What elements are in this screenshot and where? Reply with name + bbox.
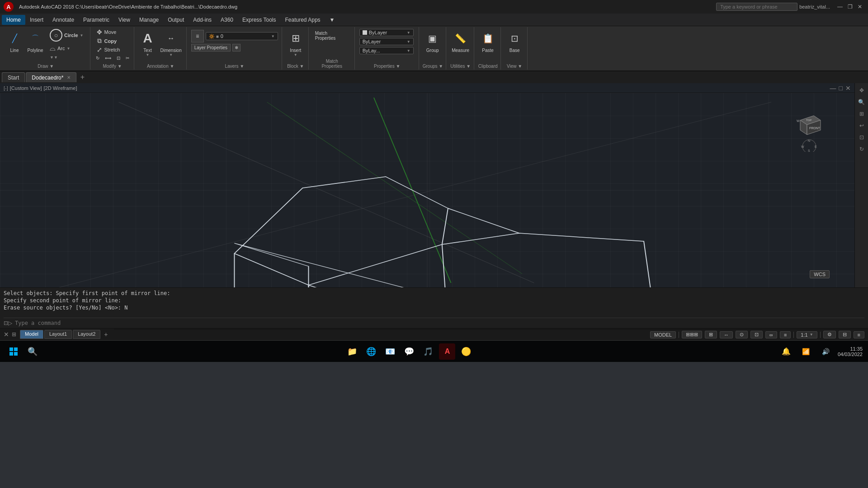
grid-button[interactable]: ⊞⊞⊞ xyxy=(682,331,702,338)
freeze-button[interactable]: ❄ xyxy=(232,44,241,52)
menu-item-addins[interactable]: Add-ins xyxy=(189,15,216,25)
linetype-dropdown[interactable]: ByLayer ▼ xyxy=(359,38,414,45)
minimize-button[interactable]: — xyxy=(835,2,844,11)
mirror-tool-button[interactable]: ⟺ xyxy=(103,55,113,61)
scale-tool-button[interactable]: ⊡ xyxy=(115,55,122,61)
insert-tool-button[interactable]: ⊞ Insert ▼ xyxy=(286,28,306,58)
notification-button[interactable]: 🔔 xyxy=(778,343,794,360)
polar-button[interactable]: ⊙ xyxy=(736,331,748,338)
drawing-viewport[interactable]: Z Y X xyxy=(0,93,854,287)
anno-scale-button[interactable]: 1:1▼ xyxy=(797,331,817,338)
menu-item-view[interactable]: View xyxy=(114,15,135,25)
menu-item-annotate[interactable]: Annotate xyxy=(48,15,79,25)
base-tool-button[interactable]: ⊡ Base xyxy=(505,28,524,54)
tab-close-icon[interactable]: ✕ xyxy=(67,75,71,80)
ortho-button[interactable]: ↔ xyxy=(720,331,733,338)
taskbar-mail-button[interactable]: 📧 xyxy=(382,343,398,360)
menu-item-parametric[interactable]: Parametric xyxy=(79,15,114,25)
add-tab-button[interactable]: + xyxy=(77,72,87,82)
doc-tab-start[interactable]: Start xyxy=(2,72,25,82)
move-icon: ✥ xyxy=(96,28,103,36)
close-viewport-button[interactable]: ✕ xyxy=(845,84,851,92)
orbit-button[interactable]: ↻ xyxy=(856,144,867,155)
command-input-field[interactable] xyxy=(15,320,864,326)
menu-item-insert[interactable]: Insert xyxy=(25,15,48,25)
taskbar-sticky-button[interactable]: 🟡 xyxy=(458,343,474,360)
menu-item-extra[interactable]: ▼ xyxy=(325,15,340,25)
layer-dropdown[interactable]: 🔆 ■ 0 ▼ xyxy=(206,32,278,40)
menu-item-a360[interactable]: A360 xyxy=(216,15,238,25)
taskbar-autocad-button[interactable]: A xyxy=(439,343,455,360)
layout-tab-icon2[interactable]: ⊞ xyxy=(12,331,16,338)
layer-panel-button[interactable]: ≡ xyxy=(191,30,204,42)
workspace-button[interactable]: ⚙ xyxy=(823,331,836,338)
polyline-tool-button[interactable]: ⌒ Polyline xyxy=(25,28,45,54)
arc-tool-button[interactable]: ⌓ Arc ▼ xyxy=(46,43,87,53)
fullscreen-button[interactable]: ⊟ xyxy=(839,331,851,338)
zoom-window-button[interactable]: ⊞ xyxy=(856,108,867,119)
start-button[interactable] xyxy=(5,343,22,360)
svg-rect-46 xyxy=(9,352,13,356)
utilities-group-label: Utilities ▼ xyxy=(450,63,471,69)
menu-item-output[interactable]: Output xyxy=(163,15,189,25)
right-toolbar: ✥ 🔍 ⊞ ↩ ⊡ ↻ xyxy=(854,83,868,287)
network-button[interactable]: 📶 xyxy=(798,343,814,360)
search-box[interactable] xyxy=(716,3,797,11)
layout-tab-model[interactable]: Model xyxy=(20,330,43,339)
menu-item-home[interactable]: Home xyxy=(2,15,25,25)
match-props-button[interactable]: MatchProperties xyxy=(313,29,338,42)
lineweight-dropdown[interactable]: ByLay... ▼ xyxy=(359,47,414,54)
trim-tool-button[interactable]: ✂ xyxy=(124,55,131,61)
taskbar-explorer-button[interactable]: 📁 xyxy=(344,343,360,360)
layout-tab-layout1[interactable]: Layout1 xyxy=(44,330,72,339)
otrack-button[interactable]: ∞ xyxy=(765,331,777,338)
zoom-extents-button[interactable]: 🔍 xyxy=(856,97,867,108)
taskbar-edge-button[interactable]: 🌐 xyxy=(363,343,379,360)
volume-button[interactable]: 🔊 xyxy=(818,343,834,360)
color-dropdown[interactable]: ByLayer ▼ xyxy=(359,29,414,36)
customization-button[interactable]: ≡ xyxy=(854,331,864,338)
layout-tab-icon[interactable]: ✕ xyxy=(4,331,9,338)
taskbar-clock[interactable]: 11:35 04/03/2022 xyxy=(838,346,863,357)
copy-tool-button[interactable]: ⧉ Copy xyxy=(94,37,119,45)
menu-item-manage[interactable]: Manage xyxy=(135,15,163,25)
wcs-label[interactable]: WCS xyxy=(810,270,830,278)
taskbar-media-button[interactable]: 🎵 xyxy=(420,343,436,360)
snap-button[interactable]: ⊞ xyxy=(705,331,717,338)
dimension-tool-button[interactable]: ↔ Dimension ▼ xyxy=(159,28,184,58)
group-tool-button[interactable]: ▣ Group xyxy=(423,28,443,54)
lineweight-button[interactable]: ≡ xyxy=(780,331,791,338)
search-button[interactable]: 🔍 xyxy=(24,343,41,360)
line-tool-button[interactable]: ╱ Line xyxy=(5,28,24,54)
paste-tool-button[interactable]: 📋 Paste xyxy=(478,28,498,54)
zoom-realtime-button[interactable]: ⊡ xyxy=(856,132,867,143)
rotate-tool-button[interactable]: ↻ xyxy=(94,55,101,61)
circle-tool-button[interactable]: ○ Circle ▼ xyxy=(46,28,87,42)
osnap-button[interactable]: ⊡ xyxy=(750,331,763,338)
add-layout-button[interactable]: + xyxy=(101,330,110,339)
viewport-mode-label[interactable]: [2D Wireframe] xyxy=(44,85,77,91)
layer-props-button[interactable]: Layer Properties xyxy=(191,44,231,52)
zoom-previous-button[interactable]: ↩ xyxy=(856,120,867,131)
pan-button[interactable]: ✥ xyxy=(856,85,867,96)
text-tool-button[interactable]: A Text ▼ xyxy=(138,28,158,58)
maximize-viewport-button[interactable]: □ xyxy=(839,84,843,92)
viewport-view-label[interactable]: [Custom View] xyxy=(10,85,42,91)
close-button[interactable]: ✕ xyxy=(855,2,864,11)
more-draw-button[interactable]: ▼▼ xyxy=(46,54,87,61)
taskbar-teams-button[interactable]: 💬 xyxy=(401,343,417,360)
polyline-icon: ⌒ xyxy=(27,29,43,48)
move-tool-button[interactable]: ✥ Move xyxy=(94,28,118,36)
menu-item-featuredapps[interactable]: Featured Apps xyxy=(281,15,325,25)
doc-tab-dodecaedro[interactable]: Dodecaedro* ✕ xyxy=(26,72,76,82)
menu-item-expresstools[interactable]: Express Tools xyxy=(238,15,280,25)
minimize-viewport-button[interactable]: — xyxy=(830,84,836,92)
stretch-tool-button[interactable]: ⤢ Stretch xyxy=(94,46,122,54)
layout-tab-layout2[interactable]: Layout2 xyxy=(73,330,100,339)
viewport-minus[interactable]: [-] xyxy=(4,85,8,91)
restore-button[interactable]: ❐ xyxy=(845,2,854,11)
ribbon-group-clipboard: 📋 Paste Clipboard xyxy=(475,27,501,70)
measure-tool-button[interactable]: 📏 Measure xyxy=(450,28,471,54)
viewcube[interactable]: N S W E TOP FRONT W xyxy=(791,107,827,152)
model-label-button[interactable]: MODEL xyxy=(650,331,676,338)
